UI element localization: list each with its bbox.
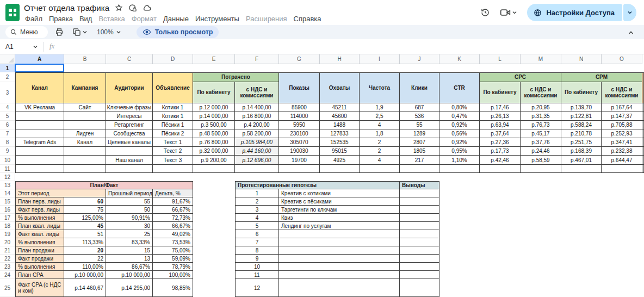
- camera-icon[interactable]: [500, 8, 517, 17]
- cell-J9[interactable]: 1805: [400, 147, 439, 156]
- cell-N10[interactable]: р.467,01: [561, 156, 602, 165]
- column-header-H[interactable]: H: [320, 54, 360, 64]
- cell-F15[interactable]: 2: [235, 197, 279, 206]
- cell-K5[interactable]: 0,47%: [439, 112, 480, 121]
- row-header-20[interactable]: 20: [0, 238, 15, 246]
- cell-B16[interactable]: 75: [64, 206, 106, 214]
- cell-O10[interactable]: р.644,47: [602, 156, 642, 165]
- cell-N2[interactable]: CPM: [561, 72, 642, 82]
- column-header-N[interactable]: N: [561, 54, 602, 64]
- cell-E6[interactable]: р.3 500,00: [193, 121, 235, 129]
- cell-L4[interactable]: р.17,46: [480, 103, 521, 112]
- cell-H11[interactable]: [320, 165, 360, 173]
- cell-G25[interactable]: [279, 279, 400, 297]
- zoom-select[interactable]: 100%: [95, 28, 123, 36]
- cell-L9[interactable]: р.17,73: [480, 147, 521, 156]
- cell-A11[interactable]: [15, 165, 64, 173]
- column-header-J[interactable]: J: [400, 54, 439, 64]
- cell-J15[interactable]: [400, 197, 439, 206]
- cell-A23[interactable]: % выполнения: [15, 263, 64, 271]
- cell-G11[interactable]: [279, 165, 320, 173]
- cell-C15[interactable]: 55: [106, 197, 153, 206]
- cell-H5[interactable]: 45600: [320, 112, 360, 121]
- cell-B10[interactable]: [64, 156, 106, 165]
- cell-K7[interactable]: 0,56%: [439, 129, 480, 138]
- cell-D15[interactable]: 91,67%: [153, 197, 193, 206]
- cell-A25[interactable]: Факт CPA (с НДС и ком): [15, 279, 64, 297]
- cell-G19[interactable]: [279, 230, 400, 238]
- cell-F21[interactable]: 8: [235, 246, 279, 255]
- cell-A9[interactable]: [15, 147, 64, 156]
- doc-title[interactable]: Отчет отдела трафика: [24, 3, 109, 13]
- cell-A19[interactable]: Факт квал. лиды: [15, 230, 64, 238]
- share-dropdown-button[interactable]: [623, 4, 636, 21]
- paint-format-button[interactable]: [71, 28, 89, 36]
- row-header-15[interactable]: 15: [0, 197, 15, 206]
- cell-A7[interactable]: [15, 129, 64, 138]
- spreadsheet-grid[interactable]: ABCDEFGHIJKLMNO1234567891011121314151617…: [0, 54, 644, 297]
- cell-D17[interactable]: 72,73%: [153, 214, 193, 222]
- column-header-F[interactable]: F: [235, 54, 279, 64]
- cell-O4[interactable]: р.167,64: [602, 103, 642, 112]
- cell-E9[interactable]: р.32 000,00: [193, 147, 235, 156]
- cell-G4[interactable]: 85900: [279, 103, 320, 112]
- cell-J25[interactable]: [400, 279, 439, 297]
- cell-K2[interactable]: CTR: [439, 72, 480, 103]
- row-header-17[interactable]: 17: [0, 214, 15, 222]
- cell-G5[interactable]: 114000: [279, 112, 320, 121]
- cell-N4[interactable]: р.139,70: [561, 103, 602, 112]
- cell-D18[interactable]: 66,67%: [153, 222, 193, 230]
- cell-I7[interactable]: 1,8: [360, 129, 400, 138]
- cell-B17[interactable]: 125,00%: [64, 214, 106, 222]
- column-header-C[interactable]: C: [106, 54, 153, 64]
- row-header-1[interactable]: 1: [0, 64, 15, 72]
- cell-L2[interactable]: CPC: [480, 72, 561, 82]
- row-header-25[interactable]: 25: [0, 279, 15, 297]
- row-header-3[interactable]: 3: [0, 82, 15, 103]
- menu-item-8[interactable]: Справка: [290, 14, 325, 23]
- cell-I8[interactable]: 2: [360, 138, 400, 147]
- row-header-8[interactable]: 8: [0, 138, 15, 147]
- row-header-14[interactable]: 14: [0, 189, 15, 197]
- cell-G2[interactable]: Показы: [279, 72, 320, 103]
- cell-D9[interactable]: Текст 2: [153, 147, 193, 156]
- cell-J10[interactable]: 217: [400, 156, 439, 165]
- menu-item-1[interactable]: Правка: [46, 14, 76, 23]
- collapse-toolbar-icon[interactable]: [628, 28, 634, 38]
- cell-C19[interactable]: 25: [106, 230, 153, 238]
- cell-C8[interactable]: Целевые каналы: [106, 138, 153, 147]
- cell-G23[interactable]: [279, 263, 400, 271]
- cell-C17[interactable]: 90,91%: [106, 214, 153, 222]
- cell-J6[interactable]: 55: [400, 121, 439, 129]
- cell-F16[interactable]: 3: [235, 206, 279, 214]
- cell-E10[interactable]: р.9 200,00: [193, 156, 235, 165]
- cell-J23[interactable]: [400, 263, 439, 271]
- cell-J18[interactable]: [400, 222, 439, 230]
- cell-M8[interactable]: р.37,76: [521, 138, 561, 147]
- menu-item-6[interactable]: Инструменты: [192, 14, 243, 23]
- cell-F7[interactable]: р.58 200,00: [235, 129, 279, 138]
- cell-E3[interactable]: По кабинету: [193, 82, 235, 103]
- cell-O7[interactable]: р.252,93: [602, 129, 642, 138]
- cell-F11[interactable]: [235, 165, 279, 173]
- cell-N7[interactable]: р.210,78: [561, 129, 602, 138]
- cell-I2[interactable]: Частота: [360, 72, 400, 103]
- row-header-10[interactable]: 10: [0, 156, 15, 165]
- cell-C21[interactable]: 15: [106, 246, 153, 255]
- cell-A10[interactable]: [15, 156, 64, 165]
- cell-D25[interactable]: 98,85%: [153, 279, 193, 297]
- cell-L8[interactable]: р.27,36: [480, 138, 521, 147]
- cloud-status-icon[interactable]: [143, 4, 152, 12]
- cell-C10[interactable]: Наш канал: [106, 156, 153, 165]
- cell-F24[interactable]: 11: [235, 271, 279, 279]
- cell-M5[interactable]: р.31,35: [521, 112, 561, 121]
- cell-C16[interactable]: 50: [106, 206, 153, 214]
- cell-O6[interactable]: р.705,88: [602, 121, 642, 129]
- view-only-chip[interactable]: Только просмотр: [137, 26, 219, 38]
- cell-F14[interactable]: 1: [235, 189, 279, 197]
- history-icon[interactable]: [480, 8, 490, 17]
- column-header-E[interactable]: E: [193, 54, 235, 64]
- cell-J2[interactable]: Клики: [400, 72, 439, 103]
- share-settings-button[interactable]: Настройки Доступа: [527, 4, 622, 21]
- cell-F10[interactable]: р.12 696,00: [235, 156, 279, 165]
